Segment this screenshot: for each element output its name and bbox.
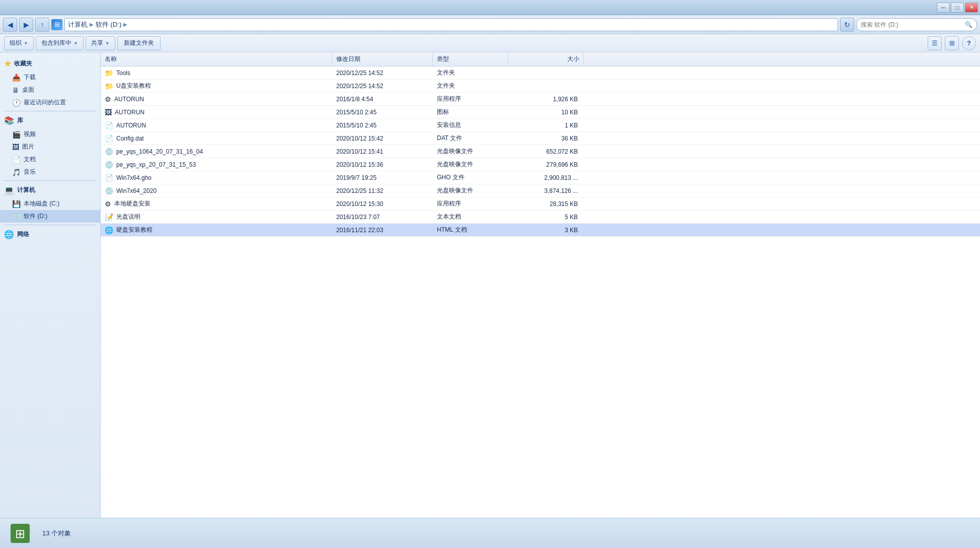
- sidebar-item-music[interactable]: 🎵 音乐: [0, 166, 100, 178]
- new-folder-label: 新建文件夹: [124, 39, 154, 47]
- recent-icon: 🕐: [12, 99, 21, 107]
- library-icon: 📚: [4, 116, 14, 125]
- file-name: Win7x64_2020: [116, 187, 157, 194]
- search-input[interactable]: [861, 21, 963, 28]
- table-row[interactable]: 📄 AUTORUN 2015/5/10 2:45 安装信息 1 KB: [101, 119, 980, 132]
- network-label: 网络: [17, 230, 29, 239]
- library-header[interactable]: 📚 库: [0, 113, 100, 128]
- sidebar-divider-3: [4, 225, 96, 225]
- breadcrumb-sep2: ▶: [123, 22, 127, 27]
- address-bar: ◀ ▶ ↑ ⊞ 计算机 ▶ 软件 (D:) ▶ ↻ 🔍: [0, 15, 980, 34]
- close-button[interactable]: ✕: [965, 3, 978, 13]
- sidebar-item-desktop[interactable]: 🖥 桌面: [0, 84, 100, 96]
- music-label: 音乐: [24, 168, 36, 176]
- sidebar-item-disk-c[interactable]: 💾 本地磁盘 (C:): [0, 197, 100, 210]
- sidebar-item-document[interactable]: 📄 文档: [0, 153, 100, 166]
- table-row[interactable]: 💿 pe_yqs_1064_20_07_31_16_04 2020/10/12 …: [101, 145, 980, 158]
- col-header-type[interactable]: 类型: [433, 52, 508, 66]
- file-type-cell: 应用程序: [433, 199, 508, 208]
- table-row[interactable]: 📄 Config.dat 2020/10/12 15:42 DAT 文件 36 …: [101, 132, 980, 145]
- status-app-icon: ⊞: [8, 521, 32, 545]
- table-row[interactable]: 💿 pe_yqs_xp_20_07_31_15_53 2020/10/12 15…: [101, 158, 980, 171]
- computer-label: 计算机: [17, 186, 35, 194]
- help-button[interactable]: ?: [962, 36, 976, 50]
- maximize-button[interactable]: □: [951, 3, 964, 13]
- status-object-count: 13 个对象: [42, 529, 71, 538]
- sidebar-item-image[interactable]: 🖼 图片: [0, 141, 100, 153]
- organize-arrow-icon: ▼: [24, 41, 28, 46]
- up-button[interactable]: ↑: [35, 18, 49, 32]
- network-header[interactable]: 🌐 网络: [0, 227, 100, 242]
- breadcrumb-computer[interactable]: 计算机: [68, 20, 88, 29]
- file-name-cell: 💿 pe_yqs_xp_20_07_31_15_53: [101, 161, 332, 169]
- file-icon: 📁: [105, 69, 113, 77]
- organize-button[interactable]: 组织 ▼: [4, 36, 34, 50]
- table-row[interactable]: 📁 Tools 2020/12/25 14:52 文件夹: [101, 66, 980, 80]
- back-button[interactable]: ◀: [3, 18, 17, 32]
- minimize-button[interactable]: ─: [937, 3, 950, 13]
- file-icon: 📝: [105, 213, 113, 221]
- table-row[interactable]: 📄 Win7x64.gho 2019/9/7 19:25 GHO 文件 2,90…: [101, 171, 980, 184]
- col-header-name[interactable]: 名称: [101, 52, 332, 66]
- file-name: AUTORUN: [115, 109, 144, 116]
- favorites-header[interactable]: ★ 收藏夹: [0, 56, 100, 71]
- file-date-cell: 2020/12/25 14:52: [332, 83, 433, 90]
- file-name-cell: 💿 Win7x64_2020: [101, 187, 332, 195]
- sidebar: ★ 收藏夹 📥 下载 🖥 桌面 🕐 最近访问的位置 📚 库: [0, 52, 101, 518]
- sidebar-divider-1: [4, 111, 96, 111]
- share-button[interactable]: 共享 ▼: [86, 36, 115, 50]
- table-row[interactable]: ⚙ AUTORUN 2016/1/8 4:54 应用程序 1,926 KB: [101, 93, 980, 106]
- view-button[interactable]: ☰: [928, 36, 942, 50]
- file-date-cell: 2019/9/7 19:25: [332, 174, 433, 181]
- sidebar-item-video[interactable]: 🎬 视频: [0, 128, 100, 141]
- windows-icon: ⊞: [51, 19, 62, 30]
- network-icon: 🌐: [4, 230, 14, 239]
- file-icon: 💿: [105, 148, 113, 156]
- file-name: U盘安装教程: [116, 82, 151, 90]
- music-icon: 🎵: [12, 168, 21, 176]
- file-type-cell: 光盘映像文件: [433, 160, 508, 169]
- sidebar-item-download[interactable]: 📥 下载: [0, 71, 100, 84]
- file-name: AUTORUN: [116, 122, 146, 129]
- file-name: Config.dat: [116, 135, 144, 142]
- main-area: ★ 收藏夹 📥 下载 🖥 桌面 🕐 最近访问的位置 📚 库: [0, 52, 980, 518]
- file-size-cell: 279,696 KB: [508, 161, 584, 168]
- file-type-cell: 光盘映像文件: [433, 186, 508, 195]
- file-area: 名称 修改日期 类型 大小 📁 Tools 2020/12/25 14:52 文…: [101, 52, 980, 518]
- table-row[interactable]: ⚙ 本地硬盘安装 2020/10/12 15:30 应用程序 28,315 KB: [101, 197, 980, 211]
- sidebar-item-disk-d[interactable]: 💿 软件 (D:): [0, 210, 100, 223]
- col-header-date[interactable]: 修改日期: [332, 52, 433, 66]
- sidebar-item-recent[interactable]: 🕐 最近访问的位置: [0, 96, 100, 109]
- breadcrumb[interactable]: 计算机 ▶ 软件 (D:) ▶: [64, 18, 838, 31]
- search-bar[interactable]: 🔍: [856, 18, 977, 31]
- refresh-button[interactable]: ↻: [840, 18, 854, 32]
- file-name-cell: 📁 Tools: [101, 69, 332, 77]
- file-size-cell: 652,072 KB: [508, 148, 584, 155]
- table-row[interactable]: 🌐 硬盘安装教程 2016/11/21 22:03 HTML 文档 3 KB: [101, 224, 980, 237]
- file-icon: 💿: [105, 161, 113, 169]
- view-toggle-button[interactable]: ⊞: [945, 36, 959, 50]
- include-library-button[interactable]: 包含到库中 ▼: [36, 36, 84, 50]
- forward-button[interactable]: ▶: [19, 18, 33, 32]
- desktop-icon: 🖥: [12, 86, 19, 94]
- video-label: 视频: [24, 130, 36, 139]
- computer-icon: 💻: [4, 185, 14, 195]
- breadcrumb-drive[interactable]: 软件 (D:): [96, 20, 121, 29]
- star-icon: ★: [4, 59, 11, 68]
- file-size-cell: 1,926 KB: [508, 96, 584, 103]
- table-row[interactable]: 📁 U盘安装教程 2020/12/25 14:52 文件夹: [101, 80, 980, 93]
- file-name-cell: 🌐 硬盘安装教程: [101, 226, 332, 234]
- table-row[interactable]: 💿 Win7x64_2020 2020/12/25 11:32 光盘映像文件 3…: [101, 184, 980, 197]
- file-date-cell: 2020/10/12 15:36: [332, 161, 433, 168]
- new-folder-button[interactable]: 新建文件夹: [117, 36, 161, 50]
- computer-header[interactable]: 💻 计算机: [0, 183, 100, 197]
- file-type-cell: 光盘映像文件: [433, 147, 508, 156]
- file-type-cell: 文本文档: [433, 213, 508, 221]
- file-size-cell: 36 KB: [508, 135, 584, 142]
- file-name: AUTORUN: [114, 96, 144, 103]
- table-row[interactable]: 🖼 AUTORUN 2015/5/10 2:45 图标 10 KB: [101, 106, 980, 119]
- table-row[interactable]: 📝 光盘说明 2016/10/23 7:07 文本文档 5 KB: [101, 211, 980, 224]
- file-name-cell: 📁 U盘安装教程: [101, 82, 332, 90]
- col-header-size[interactable]: 大小: [508, 52, 584, 66]
- recent-label: 最近访问的位置: [24, 98, 66, 107]
